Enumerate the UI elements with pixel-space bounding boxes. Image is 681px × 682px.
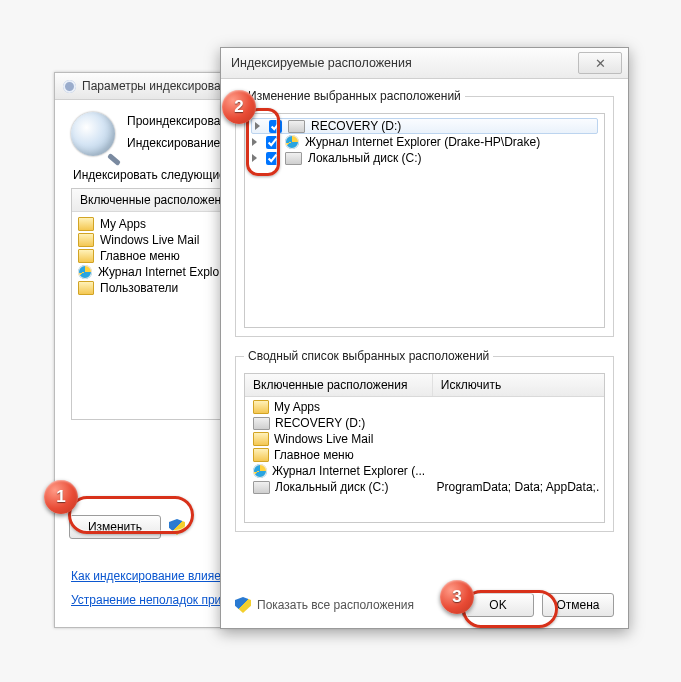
- folder-icon: [78, 249, 94, 263]
- summary-cell-included: Главное меню: [249, 447, 432, 463]
- dialog-buttons: OK Отмена: [462, 593, 614, 617]
- summary-cell-label: Локальный диск (C:): [275, 480, 389, 494]
- summary-cell-exclude: [432, 399, 600, 415]
- shield-icon: [169, 519, 185, 535]
- close-icon: ✕: [595, 56, 606, 71]
- folder-icon: [253, 400, 269, 414]
- annotation-badge-3: 3: [440, 580, 474, 614]
- summary-table: Включенные расположения Исключить My App…: [244, 373, 605, 523]
- included-location-label: My Apps: [100, 217, 146, 231]
- summary-cell-included: My Apps: [249, 399, 432, 415]
- summary-row[interactable]: Windows Live Mail: [249, 431, 600, 447]
- tree-item[interactable]: RECOVERY (D:): [251, 118, 598, 134]
- status-lines: Проиндексировано Индексирование: [127, 112, 234, 156]
- tree-checkbox[interactable]: [266, 152, 279, 165]
- annotation-badge-2: 2: [222, 90, 256, 124]
- summary-cell-exclude: ProgramData; Data; AppData;...: [432, 479, 600, 495]
- summary-cell-exclude: [432, 463, 600, 479]
- summary-row[interactable]: Главное меню: [249, 447, 600, 463]
- included-location-label: Журнал Internet Explorer: [98, 265, 234, 279]
- change-locations-legend: Изменение выбранных расположений: [244, 89, 465, 103]
- help-links: Как индексирование влияет Устранение неп…: [71, 569, 226, 607]
- locations-tree[interactable]: RECOVERY (D:)Журнал Internet Explorer (D…: [244, 113, 605, 328]
- summary-cell-exclude: [432, 447, 600, 463]
- indexed-locations-title: Индексируемые расположения: [231, 56, 412, 70]
- summary-row[interactable]: Локальный диск (C:)ProgramData; Data; Ap…: [249, 479, 600, 495]
- show-all-locations-button[interactable]: Показать все расположения: [235, 597, 414, 613]
- drive-icon: [288, 120, 305, 133]
- change-locations-group: Изменение выбранных расположений RECOVER…: [235, 89, 614, 337]
- cancel-button[interactable]: Отмена: [542, 593, 614, 617]
- tree-item-label: Журнал Internet Explorer (Drake-HP\Drake…: [305, 135, 540, 149]
- summary-group: Сводный список выбранных расположений Вк…: [235, 349, 614, 532]
- summary-cell-label: Windows Live Mail: [274, 432, 373, 446]
- summary-cell-included: Локальный диск (C:): [249, 479, 432, 495]
- summary-cell-included: RECOVERY (D:): [249, 415, 432, 431]
- summary-cell-label: Журнал Internet Explorer (...: [272, 464, 425, 478]
- summary-cell-included: Windows Live Mail: [249, 431, 432, 447]
- summary-row[interactable]: RECOVERY (D:): [249, 415, 600, 431]
- help-link-troubleshoot[interactable]: Устранение неполадок при: [71, 593, 226, 607]
- drive-icon: [253, 481, 270, 494]
- summary-header-included[interactable]: Включенные расположения: [245, 374, 433, 396]
- summary-cell-exclude: [432, 431, 600, 447]
- summary-row[interactable]: Журнал Internet Explorer (...: [249, 463, 600, 479]
- indexed-locations-dialog: Индексируемые расположения ✕ Изменение в…: [220, 47, 629, 629]
- tree-item-label: Локальный диск (C:): [308, 151, 422, 165]
- tree-checkbox[interactable]: [266, 136, 279, 149]
- tree-item[interactable]: Журнал Internet Explorer (Drake-HP\Drake…: [251, 134, 598, 150]
- folder-icon: [253, 448, 269, 462]
- folder-icon: [78, 233, 94, 247]
- expander-icon[interactable]: [254, 122, 263, 131]
- summary-header-row: Включенные расположения Исключить: [245, 374, 604, 397]
- indexed-locations-titlebar: Индексируемые расположения ✕: [221, 48, 628, 79]
- summary-cell-label: RECOVERY (D:): [275, 416, 365, 430]
- indexing-options-title: Параметры индексирования: [82, 79, 240, 93]
- folder-icon: [78, 281, 94, 295]
- shield-icon: [235, 597, 251, 613]
- modify-button[interactable]: Изменить: [69, 515, 161, 539]
- show-all-label: Показать все расположения: [257, 598, 414, 612]
- tree-checkbox[interactable]: [269, 120, 282, 133]
- summary-cell-exclude: [432, 415, 600, 431]
- summary-legend: Сводный список выбранных расположений: [244, 349, 493, 363]
- annotation-badge-1: 1: [44, 480, 78, 514]
- folder-icon: [253, 432, 269, 446]
- indexing-options-buttons: Изменить: [69, 515, 185, 539]
- folder-icon: [78, 217, 94, 231]
- tree-item[interactable]: Локальный диск (C:): [251, 150, 598, 166]
- expander-icon[interactable]: [251, 138, 260, 147]
- ie-icon: [285, 135, 299, 149]
- ie-icon: [78, 265, 92, 279]
- help-link-effects[interactable]: Как индексирование влияет: [71, 569, 226, 583]
- drive-icon: [285, 152, 302, 165]
- included-location-label: Пользователи: [100, 281, 178, 295]
- summary-row[interactable]: My Apps: [249, 399, 600, 415]
- included-location-label: Windows Live Mail: [100, 233, 199, 247]
- gear-icon: [63, 80, 76, 93]
- summary-cell-included: Журнал Internet Explorer (...: [249, 463, 432, 479]
- ie-icon: [253, 464, 267, 478]
- summary-header-exclude[interactable]: Исключить: [433, 374, 604, 396]
- indexing-status-label: Индексирование: [127, 136, 234, 150]
- summary-cell-label: Главное меню: [274, 448, 354, 462]
- indexed-locations-body: Изменение выбранных расположений RECOVER…: [221, 79, 628, 629]
- summary-cell-label: My Apps: [274, 400, 320, 414]
- included-location-label: Главное меню: [100, 249, 180, 263]
- magnifier-icon: [71, 112, 115, 156]
- indexed-locations-footer: Показать все расположения OK Отмена: [235, 593, 614, 617]
- expander-icon[interactable]: [251, 154, 260, 163]
- drive-icon: [253, 417, 270, 430]
- tree-item-label: RECOVERY (D:): [311, 119, 401, 133]
- indexed-count-label: Проиндексировано: [127, 114, 234, 128]
- close-button[interactable]: ✕: [578, 52, 622, 74]
